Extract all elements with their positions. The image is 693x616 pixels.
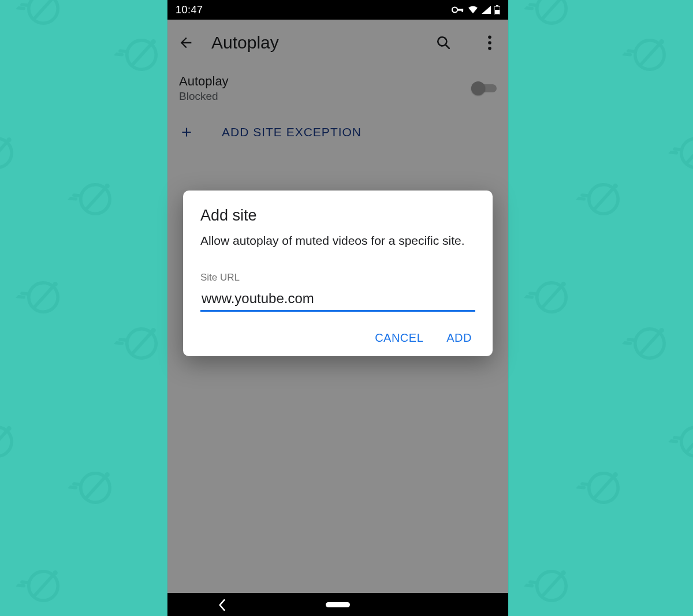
- svg-line-11: [542, 0, 561, 20]
- svg-line-26: [85, 188, 105, 210]
- dialog-actions: CANCEL ADD: [200, 331, 475, 345]
- chevron-left-icon: [218, 599, 226, 611]
- svg-line-1: [33, 0, 53, 20]
- svg-rect-92: [461, 9, 463, 12]
- svg-line-76: [686, 431, 693, 452]
- svg-point-90: [452, 7, 457, 12]
- svg-line-56: [640, 333, 660, 354]
- cancel-button[interactable]: CANCEL: [375, 331, 423, 345]
- svg-line-51: [542, 286, 561, 308]
- add-site-dialog: Add site Allow autoplay of muted videos …: [183, 191, 493, 356]
- svg-line-61: [0, 431, 7, 452]
- add-button[interactable]: ADD: [446, 331, 472, 345]
- vpn-key-icon: G: [452, 6, 464, 14]
- battery-icon: [494, 5, 500, 14]
- dialog-scrim[interactable]: Add site Allow autoplay of muted videos …: [167, 20, 508, 593]
- site-url-label: Site URL: [200, 272, 475, 283]
- svg-line-6: [132, 44, 151, 65]
- dialog-title: Add site: [200, 207, 475, 225]
- system-nav-bar: [167, 593, 508, 616]
- svg-line-31: [594, 188, 613, 210]
- svg-line-71: [594, 477, 613, 498]
- svg-line-66: [85, 477, 105, 498]
- svg-line-46: [132, 333, 151, 354]
- wifi-icon: [468, 6, 478, 14]
- status-bar: 10:47 G: [167, 0, 508, 20]
- svg-line-36: [686, 142, 693, 163]
- dialog-description: Allow autoplay of muted videos for a spe…: [200, 233, 475, 249]
- svg-text:G: G: [459, 6, 462, 9]
- svg-line-41: [33, 286, 53, 308]
- phone-frame: 10:47 G Autoplay: [167, 0, 508, 616]
- cell-signal-icon: [482, 6, 491, 14]
- nav-home-pill[interactable]: [326, 602, 350, 607]
- svg-line-21: [0, 142, 7, 163]
- status-time: 10:47: [176, 4, 203, 16]
- svg-line-16: [640, 44, 660, 65]
- svg-rect-96: [495, 10, 500, 14]
- svg-line-86: [542, 575, 561, 596]
- nav-back-button[interactable]: [218, 599, 226, 611]
- svg-line-81: [33, 575, 53, 596]
- site-url-input[interactable]: [200, 289, 475, 312]
